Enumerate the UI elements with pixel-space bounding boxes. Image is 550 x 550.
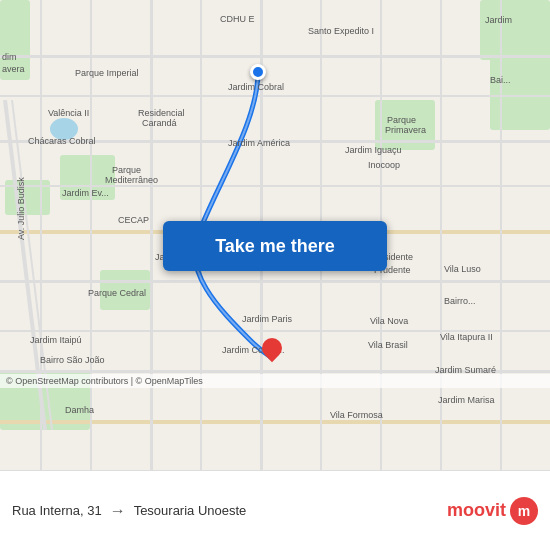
- take-me-there-button[interactable]: Take me there: [163, 221, 387, 271]
- park-cedral: [100, 270, 150, 310]
- label-itapura: Vila Itapura II: [440, 332, 493, 342]
- water-lake: [50, 118, 78, 140]
- label-valencia: Valência II: [48, 108, 89, 118]
- moovit-label: moovit: [447, 500, 506, 521]
- map[interactable]: CDHU E Santo Expedito I Parque Imperial …: [0, 0, 550, 470]
- road-h7: [0, 370, 550, 373]
- footer-logo: moovit m: [447, 497, 538, 525]
- road-v2: [90, 0, 92, 470]
- road-h3: [0, 140, 550, 143]
- origin-marker: [250, 64, 266, 80]
- pin-head: [258, 334, 286, 362]
- label-bairro: Bairro...: [444, 296, 476, 306]
- road-v3: [150, 0, 153, 470]
- label-vila-nova: Vila Nova: [370, 316, 408, 326]
- app-container: CDHU E Santo Expedito I Parque Imperial …: [0, 0, 550, 550]
- label-jardim-marisa: Jardim Marisa: [438, 395, 495, 405]
- label-jardim-itaipu: Jardim Itaipú: [30, 335, 82, 345]
- road-v9: [500, 0, 502, 470]
- road-h6: [0, 330, 550, 332]
- road-v1: [40, 0, 42, 470]
- destination-marker: [262, 338, 282, 358]
- label-cecap: CECAP: [118, 215, 149, 225]
- road-h5: [0, 280, 550, 283]
- footer-origin: Rua Interna, 31: [12, 503, 102, 518]
- footer: Rua Interna, 31 → Tesouraria Unoeste moo…: [0, 470, 550, 550]
- label-jardim-cobral: Jardim Cobral: [228, 82, 284, 92]
- label-inocoop: Inocoop: [368, 160, 400, 170]
- road-h1: [0, 55, 550, 58]
- park-left: [0, 0, 30, 80]
- park-jardim: [490, 50, 550, 130]
- label-vila-formosa: Vila Formosa: [330, 410, 383, 420]
- road-h4: [0, 185, 550, 187]
- road-v8: [440, 0, 442, 470]
- footer-route: Rua Interna, 31 → Tesouraria Unoeste: [12, 502, 447, 520]
- road-h2: [0, 95, 550, 97]
- label-caranda: Carandá: [142, 118, 177, 128]
- moovit-brand: moovit m: [447, 497, 538, 525]
- label-residencial: Residencial: [138, 108, 185, 118]
- label-cdhu: CDHU E: [220, 14, 255, 24]
- footer-destination: Tesouraria Unoeste: [134, 503, 247, 518]
- label-santo: Santo Expedito I: [308, 26, 374, 36]
- moovit-icon: m: [510, 497, 538, 525]
- label-parque-imperial: Parque Imperial: [75, 68, 139, 78]
- label-jardim-paris: Jardim Paris: [242, 314, 292, 324]
- label-parque-med: Parque: [112, 165, 141, 175]
- label-vila-brasil: Vila Brasil: [368, 340, 408, 350]
- park-mediterraneo: [60, 155, 115, 200]
- label-vila-luso: Vila Luso: [444, 264, 481, 274]
- footer-arrow-icon: →: [110, 502, 126, 520]
- map-attribution: © OpenStreetMap contributors | © OpenMap…: [0, 374, 550, 388]
- road-h-bottom: [0, 420, 550, 424]
- label-bairro-sao-joao: Bairro São João: [40, 355, 105, 365]
